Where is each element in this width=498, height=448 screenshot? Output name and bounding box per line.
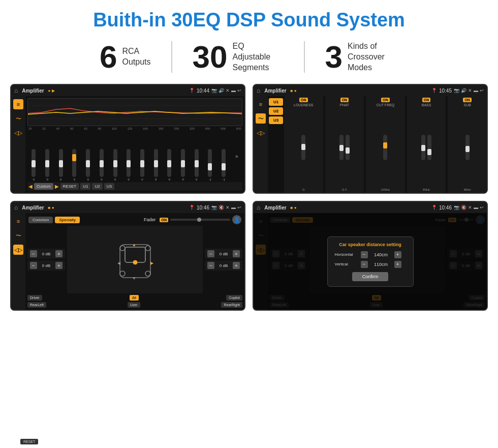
eq-sidebar-wave-icon[interactable]: 〜: [13, 113, 23, 124]
distance-dialog: Car speaker distance setting Horizontal …: [327, 236, 414, 287]
loudness-on-badge[interactable]: ON: [299, 98, 308, 102]
fader-fr-minus[interactable]: −: [207, 250, 214, 257]
fader-user-button[interactable]: User: [128, 302, 140, 308]
fader-copilot-button[interactable]: Copilot: [226, 295, 242, 301]
eq-next-arrow[interactable]: ▶: [55, 184, 59, 189]
fader-common-tab[interactable]: Common: [28, 217, 53, 223]
fader-rr-minus[interactable]: −: [207, 262, 214, 269]
fader-rl-minus[interactable]: −: [30, 262, 37, 269]
cutfreq-freq: 100Hz: [381, 188, 390, 191]
fader-sidebar-eq-icon[interactable]: ≡: [13, 216, 23, 226]
crossover-content: ≡ 〜 ◁▷ U1 U2 U3 ON LOUDNESS G: [254, 96, 487, 193]
eq-status-icons: 📷🔊✕▬↩: [211, 88, 241, 93]
crossover-loudness: ON LOUDNESS G: [284, 96, 323, 193]
phat-label: PHAT: [340, 103, 349, 107]
eq-app-title: Amplifier: [22, 88, 44, 94]
fader-rearright-button[interactable]: RearRight: [221, 302, 242, 308]
fader-profile-icon[interactable]: 👤: [232, 215, 241, 224]
crossover-sidebar-vol-icon[interactable]: ◁▷: [256, 128, 266, 138]
fader-fl-level: − 0 dB +: [27, 249, 65, 259]
fader-rl-plus[interactable]: +: [55, 262, 63, 269]
eq-dots: ● ▶: [48, 88, 55, 93]
dialog-horizontal-minus[interactable]: −: [361, 251, 368, 258]
fader-rr-plus[interactable]: +: [233, 262, 240, 269]
phat-slider-g[interactable]: [339, 135, 344, 160]
distance-location-icon: 📍: [431, 205, 437, 210]
fader-sidebar-wave-icon[interactable]: 〜: [13, 230, 23, 241]
sub-slider[interactable]: [465, 135, 470, 160]
screens-grid: ⌂ Amplifier ● ▶ 📍 10:44 📷🔊✕▬↩ ≡ 〜 ◁▷: [0, 80, 498, 316]
stat-crossover: 3 Kinds of Crossover Modes: [305, 41, 419, 73]
eq-sidebar-eq-icon[interactable]: ≡: [13, 99, 23, 109]
fader-rl-value: 0 dB: [39, 263, 54, 268]
fader-home-icon[interactable]: ⌂: [14, 204, 18, 211]
dialog-vertical-plus[interactable]: +: [394, 261, 401, 268]
svg-text:◀: ◀: [117, 261, 121, 265]
crossover-u1-button[interactable]: U1: [269, 98, 283, 106]
bass-freq: 90Hz: [423, 188, 430, 191]
eq-u2-button[interactable]: U2: [92, 183, 102, 190]
fader-rearleft-button[interactable]: RearLeft: [27, 302, 46, 308]
eq-slider-0: 0: [32, 149, 36, 181]
fader-specialty-tab[interactable]: Specialty: [55, 217, 79, 223]
sub-freq: 60Hz: [464, 188, 471, 191]
bass-slider-g[interactable]: [427, 135, 431, 160]
fader-status-icons: 📷🔇✕▬↩: [211, 205, 241, 210]
dialog-confirm-button[interactable]: Confirm: [352, 272, 389, 281]
phat-on-badge[interactable]: ON: [340, 98, 349, 102]
crossover-home-icon[interactable]: ⌂: [257, 87, 260, 94]
crossover-status-icons: 📷🔊✕▬↩: [454, 88, 484, 93]
stat-crossover-label: Kinds of Crossover Modes: [348, 41, 398, 73]
fader-speaker-buttons: Driver All Copilot: [27, 295, 242, 301]
location-icon: 📍: [189, 88, 195, 93]
loudness-slider[interactable]: [301, 135, 305, 160]
eq-slider-12: 0: [195, 149, 199, 181]
fader-on-badge[interactable]: ON: [160, 218, 168, 222]
fader-fl-plus[interactable]: +: [55, 250, 63, 257]
eq-u1-button[interactable]: U1: [80, 183, 90, 190]
fader-sidebar-vol-icon[interactable]: ◁▷: [13, 245, 23, 255]
home-icon[interactable]: ⌂: [14, 87, 18, 94]
fader-rl-level: − 0 dB +: [27, 260, 65, 271]
sub-label: SUB: [463, 103, 471, 107]
sub-on-badge[interactable]: ON: [463, 98, 472, 102]
fader-slider[interactable]: [170, 219, 230, 221]
fader-fr-plus[interactable]: +: [233, 250, 240, 257]
eq-prev-arrow[interactable]: ◀: [28, 184, 33, 189]
eq-u3-button[interactable]: U3: [104, 183, 114, 190]
eq-custom-button[interactable]: Custom: [34, 183, 53, 190]
crossover-u3-button[interactable]: U3: [269, 116, 283, 124]
fader-screen: ⌂ Amplifier ■ ● 📍 10:46 📷🔇✕▬↩ ≡ 〜 ◁▷ Com…: [10, 201, 245, 311]
dialog-vertical-minus[interactable]: −: [361, 261, 368, 268]
fader-fl-minus[interactable]: −: [30, 250, 37, 257]
stat-eq-label: EQ Adjustable Segments: [233, 41, 284, 73]
fader-app-title: Amplifier: [22, 205, 44, 211]
svg-point-13: [145, 271, 150, 276]
crossover-sidebar-eq-icon[interactable]: ≡: [256, 99, 266, 109]
eq-slider-4: 0: [86, 149, 90, 181]
distance-home-icon[interactable]: ⌂: [257, 204, 260, 211]
page-title: Buith-in 30EQ DSP Sound System: [0, 0, 498, 36]
eq-expand-icon[interactable]: »: [235, 154, 238, 159]
fader-sidebar: ≡ 〜 ◁▷: [11, 213, 25, 310]
crossover-sidebar-wave-icon[interactable]: 〜: [256, 113, 266, 124]
crossover-u2-button[interactable]: U2: [269, 107, 283, 115]
eq-main-panel: 25 32 40 50 63 80 100 125 160 200 250 32…: [25, 96, 244, 193]
eq-content: ≡ 〜 ◁▷: [11, 96, 244, 193]
dialog-horizontal-plus[interactable]: +: [394, 251, 401, 258]
eq-sidebar-vol-icon[interactable]: ◁▷: [13, 128, 23, 138]
stat-rca-number: 6: [100, 41, 117, 73]
fader-all-button[interactable]: All: [130, 295, 139, 301]
cutfreq-on-badge[interactable]: ON: [381, 98, 390, 102]
distance-status-icons: 📷🔇✕▬↩: [454, 205, 484, 210]
eq-slider-11: 0: [181, 149, 185, 181]
eq-reset-button[interactable]: RESET: [60, 183, 79, 190]
bass-slider-f[interactable]: [421, 135, 425, 160]
fader-fr-level: − 0 dB +: [205, 249, 242, 259]
eq-freq-labels: 25 32 40 50 63 80 100 125 160 200 250 32…: [27, 127, 242, 131]
phat-slider-f[interactable]: [346, 135, 350, 160]
fader-driver-button[interactable]: Driver: [27, 295, 42, 301]
eq-slider-5: 0: [100, 149, 104, 181]
bass-on-badge[interactable]: ON: [422, 98, 431, 102]
cutfreq-slider[interactable]: [383, 135, 387, 160]
